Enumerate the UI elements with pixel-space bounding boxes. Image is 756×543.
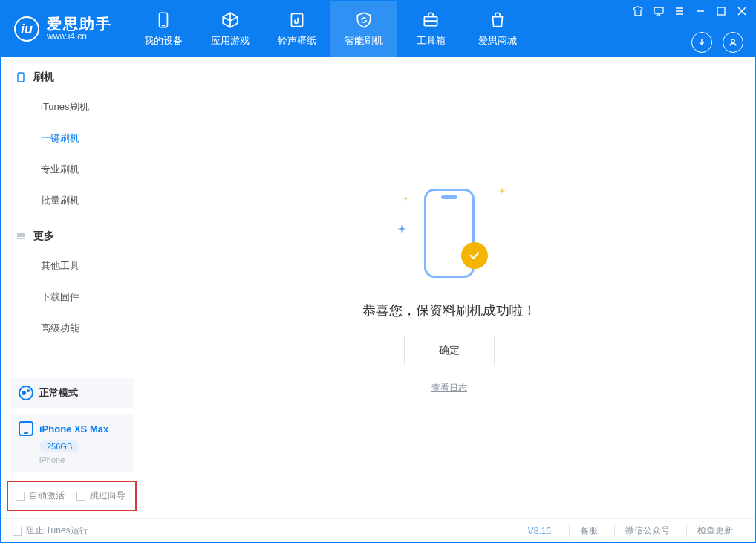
checkbox-icon [76, 492, 85, 501]
header-right [625, 1, 755, 57]
main-content: 恭喜您，保资料刷机成功啦！ 确定 查看日志 [143, 57, 755, 518]
svg-rect-4 [654, 7, 663, 13]
window-controls [632, 5, 748, 17]
section-label: 更多 [33, 230, 54, 243]
sidebar-item-other[interactable]: 其他工具 [1, 250, 143, 282]
tab-label: 应用游戏 [211, 34, 250, 48]
logo-text: 爱思助手 www.i4.cn [47, 16, 112, 42]
tab-ringtones[interactable]: 铃声壁纸 [264, 1, 330, 57]
check-label: 自动激活 [29, 490, 65, 502]
tab-label: 工具箱 [417, 34, 446, 48]
phone-icon [154, 10, 173, 30]
sparkle-icon [397, 224, 406, 233]
menu-icon[interactable] [674, 5, 685, 17]
device-cards: 正常模式 iPhone XS Max 256GB iPhone [1, 378, 143, 482]
cube-icon [221, 10, 240, 30]
sidebar-item-download[interactable]: 下载固件 [1, 282, 143, 313]
svg-rect-9 [717, 7, 725, 15]
sidebar-item-oneclick[interactable]: 一键刷机 [1, 123, 143, 154]
tab-store[interactable]: 爱思商城 [464, 1, 531, 57]
check-badge-icon [461, 242, 488, 269]
svg-rect-13 [18, 73, 24, 82]
check-label: 跳过向导 [90, 490, 126, 502]
header: iu 爱思助手 www.i4.cn 我的设备 应用游戏 铃声壁纸 智能刷机 工具… [1, 1, 755, 57]
footer: 阻止iTunes运行 V8.16 客服 微信公众号 检查更新 [1, 518, 755, 542]
shield-refresh-icon [354, 10, 374, 30]
view-log-link[interactable]: 查看日志 [431, 382, 467, 394]
minimize-icon[interactable] [694, 5, 706, 17]
tab-label: 铃声壁纸 [278, 34, 316, 48]
main-tabs: 我的设备 应用游戏 铃声壁纸 智能刷机 工具箱 爱思商城 [130, 1, 531, 57]
logo-icon: iu [14, 16, 39, 42]
device-header: iPhone XS Max [19, 421, 125, 436]
success-message: 恭喜您，保资料刷机成功啦！ [362, 302, 536, 319]
spacer [1, 344, 143, 378]
highlighted-checks: 自动激活 跳过向导 [7, 481, 137, 511]
maximize-icon[interactable] [715, 5, 727, 17]
checkbox-icon [13, 527, 22, 536]
shirt-icon[interactable] [632, 5, 644, 17]
mode-card[interactable]: 正常模式 [10, 378, 134, 408]
app-name: 爱思助手 [47, 16, 112, 32]
footer-link-support[interactable]: 客服 [569, 524, 608, 537]
version-label: V8.16 [528, 526, 551, 536]
sidebar-item-itunes[interactable]: iTunes刷机 [1, 91, 143, 123]
sidebar-item-advanced[interactable]: 高级功能 [1, 313, 143, 344]
check-skip-wizard[interactable]: 跳过向导 [76, 490, 126, 502]
sparkle-icon [403, 196, 408, 201]
sidebar-item-pro[interactable]: 专业刷机 [1, 154, 143, 185]
music-note-icon [287, 10, 307, 30]
sidebar-section-flash: 刷机 [1, 57, 143, 91]
device-capacity: 256GB [39, 440, 79, 452]
svg-point-12 [731, 39, 734, 42]
tab-label: 智能刷机 [345, 34, 383, 48]
device-icon [16, 72, 26, 82]
user-icon[interactable] [723, 32, 743, 53]
sidebar: 刷机 iTunes刷机 一键刷机 专业刷机 批量刷机 更多 其他工具 下载固件 … [1, 57, 143, 518]
logo-area: iu 爱思助手 www.i4.cn [1, 1, 126, 57]
footer-link-update[interactable]: 检查更新 [686, 524, 743, 537]
device-name: iPhone XS Max [39, 423, 108, 435]
tab-apps-games[interactable]: 应用游戏 [197, 1, 264, 57]
sidebar-section-more: 更多 [1, 216, 143, 250]
header-actions [691, 32, 748, 53]
tab-toolbox[interactable]: 工具箱 [397, 1, 464, 57]
sidebar-item-batch[interactable]: 批量刷机 [1, 185, 143, 216]
tab-label: 我的设备 [144, 34, 183, 48]
mode-label: 正常模式 [39, 386, 78, 400]
checkbox-icon [16, 492, 25, 501]
check-auto-activate[interactable]: 自动激活 [16, 490, 65, 502]
tab-my-devices[interactable]: 我的设备 [130, 1, 197, 57]
check-block-itunes[interactable]: 阻止iTunes运行 [13, 524, 88, 537]
ok-button[interactable]: 确定 [404, 336, 495, 365]
device-card[interactable]: iPhone XS Max 256GB iPhone [10, 414, 134, 472]
check-label: 阻止iTunes运行 [26, 524, 88, 537]
toolbox-icon [421, 10, 440, 30]
tab-smart-flash[interactable]: 智能刷机 [330, 1, 397, 57]
app-url: www.i4.cn [47, 32, 112, 42]
sparkle-icon [498, 187, 506, 195]
mode-icon [19, 386, 33, 400]
feedback-icon[interactable] [653, 5, 665, 17]
body: 刷机 iTunes刷机 一键刷机 专业刷机 批量刷机 更多 其他工具 下载固件 … [1, 57, 755, 518]
svg-rect-2 [291, 13, 302, 26]
device-type: iPhone [39, 455, 125, 464]
phone-icon [19, 421, 33, 436]
download-icon[interactable] [691, 32, 712, 53]
hamburger-icon [16, 231, 26, 241]
section-label: 刷机 [33, 71, 54, 84]
close-icon[interactable] [736, 5, 748, 17]
tab-label: 爱思商城 [478, 34, 517, 48]
bag-icon [488, 10, 507, 30]
footer-link-wechat[interactable]: 微信公众号 [614, 524, 680, 537]
success-illustration [390, 181, 509, 285]
